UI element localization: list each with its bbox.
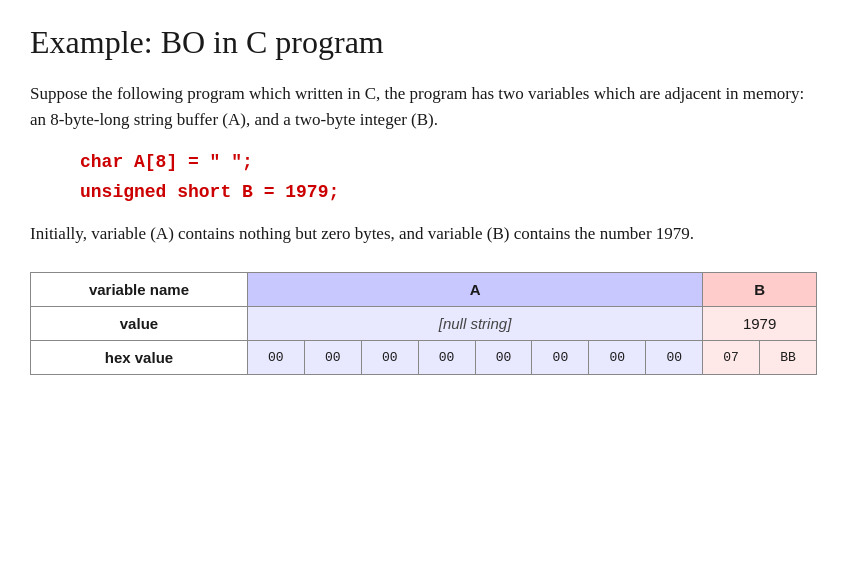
code-line-1: char A[8] = " "; — [80, 148, 817, 177]
value-row-b: 1979 — [703, 306, 817, 340]
hex-cell-a-7: 00 — [646, 340, 703, 374]
hex-cell-a-3: 00 — [418, 340, 475, 374]
page-title: Example: BO in C program — [30, 24, 817, 61]
table-value-row: value [null string] 1979 — [31, 306, 817, 340]
hex-cell-a-5: 00 — [532, 340, 589, 374]
table-header-row: variable name A B — [31, 272, 817, 306]
hex-cell-a-6: 00 — [589, 340, 646, 374]
code-line-2: unsigned short B = 1979; — [80, 178, 817, 207]
hex-row-label: hex value — [31, 340, 248, 374]
col-header-b: B — [703, 272, 817, 306]
code-block: char A[8] = " "; unsigned short B = 1979… — [80, 148, 817, 208]
value-row-label: value — [31, 306, 248, 340]
hex-cell-a-0: 00 — [247, 340, 304, 374]
hex-cell-a-2: 00 — [361, 340, 418, 374]
description-paragraph-1: Suppose the following program which writ… — [30, 81, 817, 134]
col-header-a: A — [247, 272, 702, 306]
memory-table: variable name A B value [null string] 19… — [30, 272, 817, 375]
hex-cell-a-4: 00 — [475, 340, 532, 374]
description-paragraph-2: Initially, variable (A) contains nothing… — [30, 221, 817, 247]
hex-cell-b-0: 07 — [703, 340, 760, 374]
hex-cell-a-1: 00 — [304, 340, 361, 374]
value-row-a: [null string] — [247, 306, 702, 340]
hex-cell-b-1: BB — [760, 340, 817, 374]
table-hex-row: hex value 00 00 00 00 00 00 00 00 07 BB — [31, 340, 817, 374]
col-header-varname: variable name — [31, 272, 248, 306]
